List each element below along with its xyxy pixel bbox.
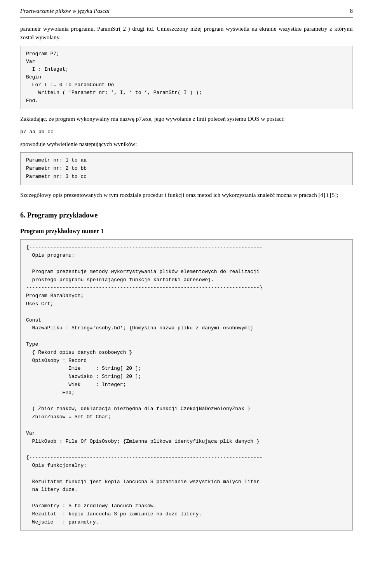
- code-block-output: Parametr nr: 1 to aa Parametr nr: 2 to b…: [20, 152, 353, 185]
- paragraph-spowoduje: spowoduje wyświetlenie następujących wyn…: [20, 140, 353, 149]
- call-text: p7 aa bb cc: [20, 129, 54, 135]
- section-6-heading: 6. Programy przykładowe: [20, 210, 353, 220]
- intro-paragraph: parametr wywołania programu, ParamStr( 2…: [20, 24, 353, 42]
- paragraph-p7-exe: Zakładając, że program wykonywalny ma na…: [20, 115, 353, 124]
- code-block-bazadanych: {---------------------------------------…: [20, 239, 353, 531]
- code-inline-call: p7 aa bb cc: [20, 127, 353, 136]
- subsection-heading: Program przykładowy numer 1: [20, 226, 353, 235]
- code-block-p7: Program P7; Var I : Integet; Begin For I…: [20, 46, 353, 109]
- page-header: Przetwarzanie plików w języku Pascal 8: [20, 7, 353, 17]
- paragraph-szczegolowy: Szczegółowy opis prezentowanych w tym ro…: [20, 191, 353, 200]
- page-title: Przetwarzanie plików w języku Pascal: [20, 7, 110, 16]
- page-number: 8: [350, 7, 353, 16]
- page: Przetwarzanie plików w języku Pascal 8 p…: [0, 0, 373, 588]
